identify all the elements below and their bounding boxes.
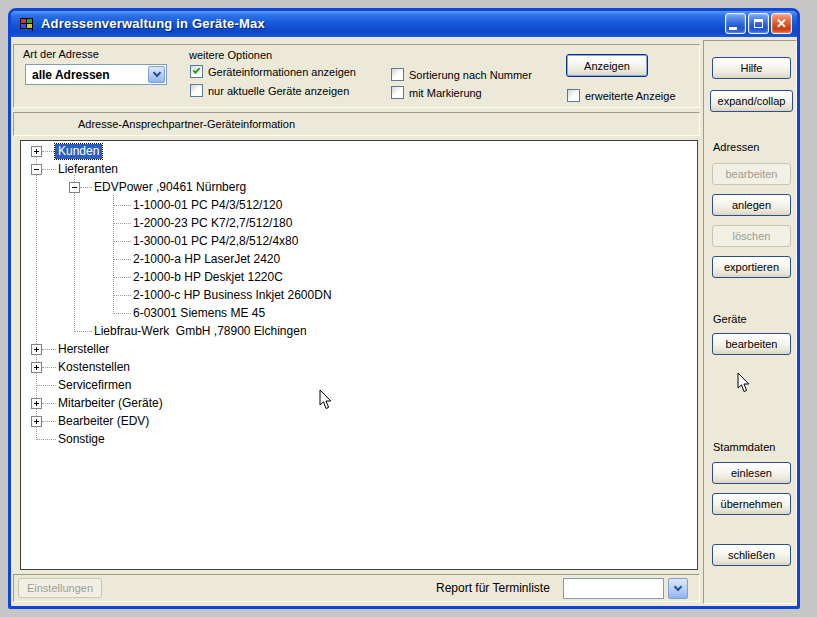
expand-icon[interactable] xyxy=(31,362,42,373)
tree-item-label[interactable]: 1-3000-01 PC P4/2,8/512/4x80 xyxy=(130,234,301,249)
checkbox-aktuelle-geraete[interactable]: nur aktuelle Geräte anzeigen xyxy=(190,83,349,98)
weitere-optionen-label: weitere Optionen xyxy=(189,49,272,61)
dropdown-value: alle Adressen xyxy=(26,68,147,82)
checkbox-label: erweiterte Anzeige xyxy=(585,90,676,102)
checkbox-box[interactable] xyxy=(391,86,404,99)
checkbox-geraeteinformationen[interactable]: Geräteinformationen anzeigen xyxy=(190,64,356,79)
tree-item-label[interactable]: Bearbeiter (EDV) xyxy=(55,414,152,429)
checkbox-box[interactable] xyxy=(190,84,203,97)
checkbox-sortierung-nummer[interactable]: Sortierung nach Nummer xyxy=(391,67,532,82)
tree-item-label[interactable]: Mitarbeiter (Geräte) xyxy=(55,396,166,411)
tree-item[interactable]: Lieferanten xyxy=(21,161,697,179)
geraete-section-label: Geräte xyxy=(713,313,747,325)
tree-item-label[interactable]: 2-1000-c HP Business Inkjet 2600DN xyxy=(130,288,335,303)
tree-item[interactable]: Servicefirmen xyxy=(21,377,697,395)
tree-item-label[interactable]: 2-1000-a HP LaserJet 2420 xyxy=(130,252,283,267)
tree-item-label[interactable]: Kostenstellen xyxy=(55,360,133,375)
report-input[interactable] xyxy=(563,578,664,599)
checkbox-label: Sortierung nach Nummer xyxy=(409,69,532,81)
tree-item[interactable]: 1-2000-23 PC K7/2,7/512/180 xyxy=(21,215,697,233)
tree-item-label[interactable]: Sonstige xyxy=(55,432,108,447)
checkbox-erweiterte-anzeige[interactable]: erweiterte Anzeige xyxy=(567,88,676,103)
tree-connector xyxy=(42,349,56,350)
anlegen-button[interactable]: anlegen xyxy=(712,194,791,216)
minimize-icon xyxy=(729,27,737,30)
tree-item[interactable]: 1-1000-01 PC P4/3/512/120 xyxy=(21,197,697,215)
expand-icon[interactable] xyxy=(31,344,42,355)
app-icon xyxy=(19,16,35,32)
adresse-art-dropdown[interactable]: alle Adressen xyxy=(25,64,167,85)
tree-connector xyxy=(42,421,56,422)
loeschen-button[interactable]: löschen xyxy=(712,225,791,247)
options-panel: Art der Adresse alle Adressen weitere Op… xyxy=(13,44,700,108)
tree-connector xyxy=(42,151,56,152)
report-dropdown-button[interactable] xyxy=(668,578,688,599)
anzeigen-button[interactable]: Anzeigen xyxy=(566,54,648,77)
checkbox-box[interactable] xyxy=(391,68,404,81)
tree-connector xyxy=(113,259,131,260)
tree-item[interactable]: Hersteller xyxy=(21,341,697,359)
stammdaten-section-label: Stammdaten xyxy=(713,441,775,453)
checkbox-box[interactable] xyxy=(190,65,203,78)
collapse-icon[interactable] xyxy=(31,164,42,175)
tree-item[interactable]: 2-1000-c HP Business Inkjet 2600DN xyxy=(21,287,697,305)
checkbox-label: nur aktuelle Geräte anzeigen xyxy=(208,85,349,97)
collapse-icon[interactable] xyxy=(69,182,80,193)
tree-item[interactable]: 6-03001 Siemens ME 45 xyxy=(21,305,697,323)
einlesen-button[interactable]: einlesen xyxy=(712,462,791,484)
tree-item[interactable]: Liebfrau-Werk GmbH ,78900 Elchingen xyxy=(21,323,697,341)
chevron-down-icon xyxy=(674,583,682,591)
tree-item-label[interactable]: Lieferanten xyxy=(55,162,121,177)
tree-item[interactable]: EDVPower ,90461 Nürnberg xyxy=(21,179,697,197)
maximize-icon xyxy=(754,19,763,28)
tree-item[interactable]: Bearbeiter (EDV) xyxy=(21,413,697,431)
geraete-bearbeiten-button[interactable]: bearbeiten xyxy=(712,333,791,355)
tree-connector xyxy=(36,385,56,386)
tree-item-label[interactable]: 1-1000-01 PC P4/3/512/120 xyxy=(130,198,285,213)
uebernehmen-button[interactable]: übernehmen xyxy=(712,493,791,515)
tree-item[interactable]: 2-1000-b HP Deskjet 1220C xyxy=(21,269,697,287)
dropdown-arrow-button[interactable] xyxy=(148,66,165,83)
checkbox-label: mit Markierung xyxy=(409,87,482,99)
expand-icon[interactable] xyxy=(31,398,42,409)
tree-item-label[interactable]: Kunden xyxy=(55,144,102,159)
tree-item[interactable]: Kostenstellen xyxy=(21,359,697,377)
tree-item-label[interactable]: Hersteller xyxy=(55,342,112,357)
tree-connector xyxy=(113,313,131,314)
title-bar[interactable]: Adressenverwaltung in Geräte-Max ✕ xyxy=(11,11,797,37)
tree-item[interactable]: Sonstige xyxy=(21,431,697,449)
tree-item[interactable]: Mitarbeiter (Geräte) xyxy=(21,395,697,413)
tree-item[interactable]: Kunden xyxy=(21,143,697,161)
tree-connector xyxy=(113,277,131,278)
mouse-cursor xyxy=(737,372,751,393)
tree-item[interactable]: 1-3000-01 PC P4/2,8/512/4x80 xyxy=(21,233,697,251)
window-title: Adressenverwaltung in Geräte-Max xyxy=(41,16,265,31)
tree-item-label[interactable]: Servicefirmen xyxy=(55,378,134,393)
tree-item-label[interactable]: Liebfrau-Werk GmbH ,78900 Elchingen xyxy=(91,324,310,339)
tree-view[interactable]: KundenLieferantenEDVPower ,90461 Nürnber… xyxy=(20,140,698,570)
expand-icon[interactable] xyxy=(31,416,42,427)
tree-item-label[interactable]: 2-1000-b HP Deskjet 1220C xyxy=(130,270,286,285)
schliessen-button[interactable]: schließen xyxy=(712,544,791,566)
einstellungen-button[interactable]: Einstellungen xyxy=(18,578,102,598)
expand-collapse-button[interactable]: expand/collap xyxy=(710,90,793,112)
tree-item-label[interactable]: EDVPower ,90461 Nürnberg xyxy=(91,180,249,195)
exportieren-button[interactable]: exportieren xyxy=(712,256,791,278)
hilfe-button[interactable]: Hilfe xyxy=(712,57,791,79)
tree-item-label[interactable]: 1-2000-23 PC K7/2,7/512/180 xyxy=(130,216,295,231)
tree-item[interactable]: 2-1000-a HP LaserJet 2420 xyxy=(21,251,697,269)
tree-item-label[interactable]: 6-03001 Siemens ME 45 xyxy=(130,306,268,321)
checkbox-box[interactable] xyxy=(567,89,580,102)
maximize-button[interactable] xyxy=(748,13,769,34)
tree-connector xyxy=(113,223,131,224)
tree-rows-container: KundenLieferantenEDVPower ,90461 Nürnber… xyxy=(21,141,697,569)
close-button[interactable]: ✕ xyxy=(771,13,792,34)
checkbox-mit-markierung[interactable]: mit Markierung xyxy=(391,85,482,100)
adressen-bearbeiten-button[interactable]: bearbeiten xyxy=(712,163,791,185)
bottom-bar: Einstellungen Report für Terminliste xyxy=(13,574,700,602)
tree-connector xyxy=(74,331,92,332)
minimize-button[interactable] xyxy=(725,13,746,34)
checkbox-label: Geräteinformationen anzeigen xyxy=(208,66,356,78)
expand-icon[interactable] xyxy=(31,146,42,157)
report-terminliste-label: Report für Terminliste xyxy=(436,581,550,595)
